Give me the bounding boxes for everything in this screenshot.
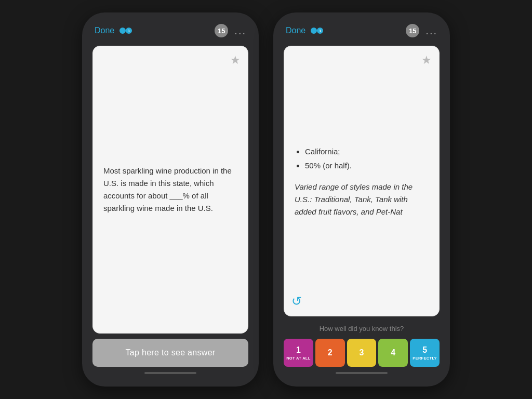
flashcard-right: ★ California; 50% (or half). Varied rang…: [284, 46, 440, 316]
answer-bullet-1: California;: [305, 144, 429, 158]
card-answer: California; 50% (or half). Varied range …: [295, 144, 429, 218]
rating-section: How well did you know this? 1 NOT AT ALL…: [284, 322, 440, 367]
rating-button-4[interactable]: 4: [378, 339, 408, 367]
card-content-right: California; 50% (or half). Varied range …: [295, 57, 429, 305]
progress-dot-filled: [119, 28, 126, 34]
rating-button-1[interactable]: 1 NOT AT ALL: [284, 339, 313, 367]
tap-answer-button[interactable]: Tap here to see answer: [92, 339, 248, 367]
rating-button-3[interactable]: 3: [347, 339, 377, 367]
star-icon-right[interactable]: ★: [421, 54, 432, 67]
rating-num-4: 4: [391, 348, 395, 357]
phone-right: Done 1 15 ... ★ California; 5: [273, 12, 450, 387]
phones-container: Done 1 15 ... ★ Most sparkling wine prod…: [82, 12, 450, 387]
home-indicator-left: [144, 372, 196, 374]
rating-num-5: 5: [422, 345, 427, 355]
question-text: Most sparkling wine production in the U.…: [103, 165, 237, 215]
badge-count-right: 15: [406, 24, 419, 37]
done-button-left[interactable]: Done: [95, 26, 114, 35]
star-icon-left[interactable]: ★: [230, 54, 241, 67]
more-menu-right[interactable]: ...: [425, 25, 437, 37]
card-area-left: ★ Most sparkling wine production in the …: [89, 43, 251, 339]
bottom-area-right: How well did you know this? 1 NOT AT ALL…: [281, 322, 443, 367]
more-menu-left[interactable]: ...: [234, 25, 246, 37]
replay-icon[interactable]: ↺: [291, 294, 302, 309]
rating-num-2: 2: [328, 348, 332, 357]
phone-left: Done 1 15 ... ★ Most sparkling wine prod…: [82, 12, 259, 387]
rating-button-2[interactable]: 2: [315, 339, 345, 367]
rating-buttons: 1 NOT AT ALL 2 3 4 5 PERFECTLY: [284, 339, 440, 367]
progress-dot-number-right: 1: [317, 28, 323, 34]
bottom-area-left: Tap here to see answer: [89, 339, 251, 367]
answer-italic: Varied range of styles made in the U.S.:…: [295, 181, 429, 218]
rating-label: How well did you know this?: [284, 322, 440, 335]
rating-num-3: 3: [360, 348, 364, 357]
card-content-left: Most sparkling wine production in the U.…: [103, 57, 237, 323]
rating-lbl-1: NOT AT ALL: [286, 356, 310, 361]
progress-left: 1: [119, 28, 132, 34]
top-bar-left: Done 1 15 ...: [89, 22, 251, 43]
answer-bullet-2: 50% (or half).: [305, 158, 429, 172]
answer-bullets: California; 50% (or half).: [295, 144, 429, 172]
home-indicator-right: [336, 372, 388, 374]
flashcard-left: ★ Most sparkling wine production in the …: [92, 46, 248, 334]
done-button-right[interactable]: Done: [286, 26, 305, 35]
badge-count-left: 15: [215, 24, 228, 37]
top-bar-right: Done 1 15 ...: [281, 22, 443, 43]
rating-button-5[interactable]: 5 PERFECTLY: [410, 339, 440, 367]
progress-right: 1: [311, 28, 323, 34]
rating-lbl-5: PERFECTLY: [413, 356, 437, 361]
progress-dot-filled-right: [311, 28, 317, 34]
progress-dot-number: 1: [126, 28, 132, 34]
rating-num-1: 1: [296, 345, 301, 355]
card-area-right: ★ California; 50% (or half). Varied rang…: [281, 43, 443, 322]
